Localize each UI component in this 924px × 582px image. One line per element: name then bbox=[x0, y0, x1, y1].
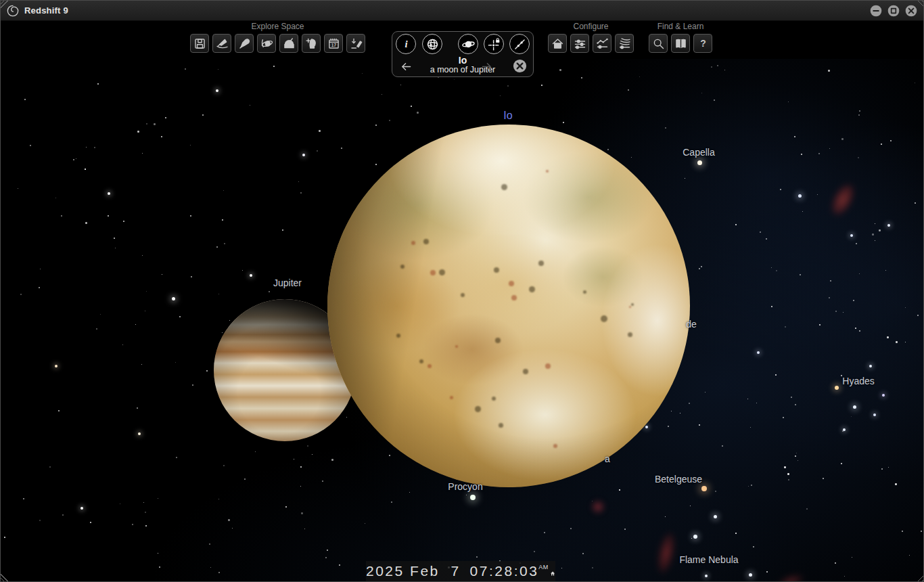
star bbox=[771, 306, 772, 307]
space-flight-button[interactable] bbox=[235, 34, 254, 53]
bright-star[interactable] bbox=[80, 507, 83, 510]
bright-star[interactable] bbox=[882, 394, 885, 397]
guided-flight-button[interactable] bbox=[212, 34, 231, 53]
solar-system-button[interactable] bbox=[257, 34, 276, 53]
bright-star[interactable] bbox=[693, 535, 697, 539]
star bbox=[409, 492, 410, 493]
bright-star[interactable] bbox=[798, 194, 802, 198]
moon-io[interactable] bbox=[327, 125, 690, 487]
sky-label-jupiter[interactable]: Jupiter bbox=[273, 277, 302, 288]
volcanic-spot bbox=[461, 293, 465, 297]
toolbar-group-label: Explore Space bbox=[190, 21, 365, 32]
sky-label-procyon[interactable]: Procyon bbox=[448, 481, 482, 492]
bright-star[interactable] bbox=[705, 575, 708, 577]
bright-star[interactable] bbox=[850, 234, 853, 237]
current-date: 2025 Feb 7 bbox=[366, 563, 461, 579]
star bbox=[228, 519, 230, 521]
bright-star[interactable] bbox=[216, 89, 218, 92]
celestial-sphere-button[interactable] bbox=[422, 34, 442, 54]
close-window-button[interactable] bbox=[904, 4, 918, 18]
bright-star[interactable] bbox=[172, 297, 175, 300]
bright-star[interactable] bbox=[701, 486, 707, 491]
search-button[interactable] bbox=[649, 34, 668, 53]
star bbox=[454, 79, 455, 80]
panel-close-icon[interactable] bbox=[512, 58, 528, 74]
star bbox=[319, 130, 321, 132]
star bbox=[855, 328, 856, 329]
bright-star[interactable] bbox=[55, 365, 57, 367]
star bbox=[232, 528, 233, 529]
bright-star[interactable] bbox=[869, 365, 872, 367]
bright-star[interactable] bbox=[853, 405, 856, 409]
bright-star[interactable] bbox=[835, 386, 839, 390]
star bbox=[223, 465, 225, 466]
star bbox=[888, 467, 889, 468]
star bbox=[905, 307, 906, 308]
forward-arrow-icon[interactable] bbox=[480, 60, 494, 74]
bright-star[interactable] bbox=[749, 573, 752, 577]
bright-star[interactable] bbox=[887, 224, 890, 227]
bright-star[interactable] bbox=[470, 495, 476, 500]
star bbox=[322, 480, 323, 482]
bright-star[interactable] bbox=[645, 426, 648, 428]
calendar-button[interactable]: 17 bbox=[324, 34, 343, 53]
bright-star[interactable] bbox=[250, 274, 252, 277]
time-display[interactable]: 2025 Feb 7 07:28:03 AM bbox=[366, 561, 555, 581]
sky-label-a[interactable]: a bbox=[605, 453, 610, 464]
save-button[interactable] bbox=[190, 34, 209, 53]
star bbox=[229, 320, 230, 321]
star bbox=[607, 149, 609, 150]
observatory-button[interactable] bbox=[279, 34, 298, 53]
star bbox=[817, 194, 818, 195]
sky-label-flame-nebula[interactable]: Flame Nebula bbox=[679, 554, 738, 565]
home-time-icon bbox=[550, 569, 555, 578]
trajectory-button[interactable] bbox=[509, 34, 530, 54]
home-location-button[interactable] bbox=[548, 34, 567, 53]
star bbox=[858, 114, 860, 116]
grid-settings-button[interactable] bbox=[615, 34, 634, 53]
maximize-window-button[interactable] bbox=[887, 4, 900, 18]
bright-star[interactable] bbox=[757, 351, 760, 354]
star bbox=[905, 342, 906, 342]
bright-star[interactable] bbox=[714, 515, 717, 518]
star bbox=[300, 192, 302, 194]
bright-star[interactable] bbox=[302, 154, 305, 156]
sky-label-io[interactable]: Io bbox=[503, 110, 512, 122]
bright-star[interactable] bbox=[108, 192, 110, 195]
handbook-button[interactable] bbox=[671, 34, 690, 53]
center-lock-button[interactable] bbox=[484, 34, 504, 54]
star bbox=[115, 248, 116, 248]
bright-star[interactable] bbox=[697, 160, 702, 165]
sky-view[interactable]: IoCapellaJupiterdeHyadesaBetelgeuseProcy… bbox=[1, 1, 924, 582]
window-title: Redshift 9 bbox=[24, 5, 68, 16]
flame-nebula-wisp bbox=[649, 522, 683, 582]
display-settings-button[interactable] bbox=[570, 34, 589, 53]
star bbox=[224, 243, 225, 244]
star bbox=[699, 424, 700, 426]
help-button[interactable]: ? bbox=[693, 34, 712, 53]
star bbox=[701, 266, 702, 267]
star bbox=[724, 70, 725, 70]
bright-star[interactable] bbox=[843, 428, 846, 431]
star bbox=[875, 240, 875, 241]
star bbox=[192, 384, 193, 386]
star bbox=[780, 189, 781, 190]
sky-view-button[interactable] bbox=[302, 34, 321, 53]
star bbox=[766, 571, 768, 573]
constellation-settings-button[interactable] bbox=[593, 34, 611, 53]
object-info-button[interactable]: i bbox=[396, 34, 416, 54]
sky-label-betelgeuse[interactable]: Betelgeuse bbox=[655, 474, 702, 485]
bright-star[interactable] bbox=[873, 413, 876, 416]
star bbox=[748, 486, 749, 487]
star bbox=[895, 483, 897, 485]
sky-label-capella[interactable]: Capella bbox=[683, 147, 714, 158]
observation-log-button[interactable] bbox=[346, 34, 365, 53]
star bbox=[85, 222, 87, 224]
planet-display-button[interactable] bbox=[458, 34, 478, 54]
minimize-window-button[interactable] bbox=[869, 4, 883, 18]
sky-label-hyades[interactable]: Hyades bbox=[842, 376, 874, 386]
bright-star[interactable] bbox=[138, 432, 141, 435]
sky-label-de[interactable]: de bbox=[686, 319, 697, 330]
star bbox=[680, 413, 680, 413]
star bbox=[122, 344, 123, 345]
